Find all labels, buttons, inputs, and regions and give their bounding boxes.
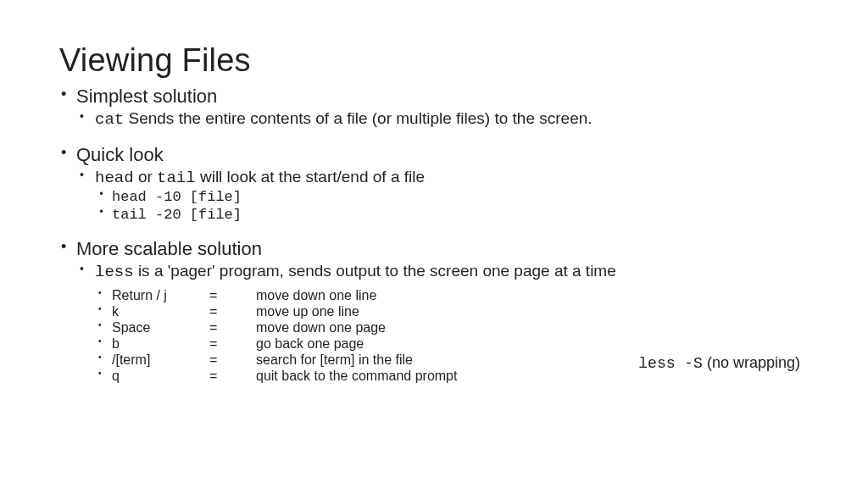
content-outline: Simplest solution cat Sends the entire c… xyxy=(59,86,809,384)
cmd-tail: tail xyxy=(157,169,196,187)
key-row: k=move up one line xyxy=(95,304,809,319)
section-heading: Quick look xyxy=(76,144,164,165)
section-heading: Simplest solution xyxy=(76,86,217,107)
scalable-text: is a 'pager' program, sends output to th… xyxy=(134,262,616,280)
section-heading: More scalable solution xyxy=(76,238,262,259)
cmd-less-s: less -S xyxy=(638,355,703,372)
cmd-head: head xyxy=(95,169,134,187)
less-no-wrap-text: (no wrapping) xyxy=(703,354,800,371)
example-head: head -10 [file] xyxy=(95,189,809,205)
quicklook-desc: head or tail will look at the start/end … xyxy=(76,168,809,223)
section-simplest: Simplest solution cat Sends the entire c… xyxy=(59,86,809,129)
key-row: Space=move down one page xyxy=(95,320,809,336)
section-quicklook: Quick look head or tail will look at the… xyxy=(59,144,809,223)
simplest-desc: cat Sends the entire contents of a file … xyxy=(76,109,809,129)
simplest-text: Sends the entire contents of a file (or … xyxy=(124,109,592,127)
cmd-less: less xyxy=(95,263,134,281)
less-no-wrap-note: less -S (no wrapping) xyxy=(638,354,800,372)
quicklook-text: will look at the start/end of a file xyxy=(196,168,425,186)
key-row: Return / j=move down one line xyxy=(95,288,809,303)
slide-title: Viewing Files xyxy=(59,42,809,79)
example-tail: tail -20 [file] xyxy=(95,207,809,223)
key-row: b=go back one page xyxy=(95,336,809,352)
quicklook-or: or xyxy=(134,168,157,186)
cmd-cat: cat xyxy=(95,110,124,129)
